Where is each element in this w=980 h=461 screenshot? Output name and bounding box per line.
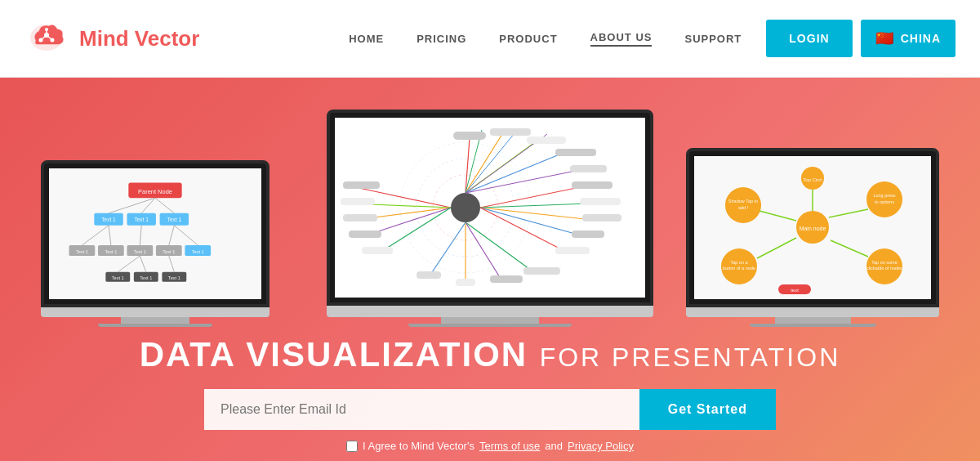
svg-text:clickable of nodes: clickable of nodes (866, 266, 902, 271)
svg-line-47 (466, 154, 559, 193)
svg-text:text: text (791, 288, 799, 293)
svg-text:Text 1: Text 1 (76, 249, 88, 254)
svg-text:Tap on a: Tap on a (730, 260, 748, 265)
nav-home[interactable]: HOME (349, 33, 384, 45)
svg-rect-74 (572, 230, 604, 238)
svg-line-62 (380, 208, 451, 253)
svg-line-31 (140, 226, 141, 245)
svg-text:Text 1: Text 1 (135, 217, 149, 222)
svg-line-108 (831, 240, 868, 257)
svg-line-57 (429, 222, 466, 277)
laptop-left-foot (98, 324, 212, 327)
svg-text:Parent Node: Parent Node (138, 188, 172, 195)
svg-rect-82 (343, 214, 377, 222)
logo-link[interactable]: Mind Vector (24, 18, 199, 59)
svg-rect-70 (570, 165, 607, 172)
screen-right-content: Main node Top Circl Shadow Tap to add ! (694, 156, 931, 299)
laptop-right: Main node Top Circl Shadow Tap to add ! (686, 148, 939, 327)
svg-text:Text 1: Text 1 (134, 249, 146, 254)
svg-line-96 (760, 211, 796, 221)
svg-text:Text 1: Text 1 (167, 217, 182, 222)
laptop-center-screen-inner (335, 118, 645, 298)
laptop-left-stand (121, 317, 189, 324)
svg-text:Text 1: Text 1 (140, 275, 152, 280)
svg-rect-72 (580, 198, 621, 205)
terms-row: I Agree to Mind Vector's Terms of use an… (346, 440, 634, 452)
svg-rect-83 (349, 230, 381, 238)
laptop-center-screen-outer (327, 110, 653, 306)
china-button[interactable]: 🇨🇳 CHINA (861, 20, 956, 57)
svg-text:Long press: Long press (873, 193, 895, 198)
svg-text:add !: add ! (738, 205, 749, 210)
svg-text:Text 1: Text 1 (112, 275, 124, 280)
get-started-button[interactable]: Get Started (639, 389, 776, 430)
svg-rect-81 (341, 198, 375, 205)
china-label: CHINA (901, 32, 941, 45)
svg-rect-84 (362, 247, 393, 254)
header: Mind Vector HOME PRICING PRODUCT ABOUT U… (0, 0, 980, 78)
email-input[interactable] (204, 389, 639, 430)
laptop-right-base (686, 307, 939, 317)
email-form: Get Started (204, 389, 776, 430)
svg-line-29 (82, 226, 109, 245)
hero-headline: DATA VISUALIZATION FOR PRESENTATION (140, 335, 840, 374)
svg-line-100 (829, 209, 868, 217)
laptop-center-stand (441, 317, 539, 324)
laptop-right-screen-inner: Main node Top Circl Shadow Tap to add ! (694, 156, 931, 299)
terms-checkbox[interactable] (346, 441, 358, 452)
svg-line-45 (466, 134, 502, 193)
logo-icon (24, 18, 69, 59)
tree-diagram: Parent Node Text 1 Text 1 Text 1 (53, 177, 257, 291)
svg-rect-66 (453, 132, 486, 140)
svg-line-18 (155, 198, 174, 213)
svg-line-40 (118, 256, 140, 272)
terms-and: and (545, 440, 563, 452)
svg-line-30 (109, 226, 111, 245)
svg-text:Top Circl: Top Circl (803, 177, 822, 182)
laptop-left-screen-outer: Parent Node Text 1 Text 1 Text 1 (41, 160, 270, 307)
svg-line-42 (169, 256, 175, 272)
laptop-center (327, 110, 653, 327)
login-button[interactable]: LOGIN (766, 20, 852, 57)
main-nav: HOME PRICING PRODUCT ABOUT US SUPPORT (349, 31, 742, 47)
laptop-center-foot (408, 324, 572, 327)
svg-line-104 (757, 238, 796, 258)
laptop-left-base (41, 307, 270, 317)
laptop-left-screen-inner: Parent Node Text 1 Text 1 Text 1 (49, 168, 261, 299)
nav-support[interactable]: SUPPORT (684, 33, 742, 45)
svg-text:Main node: Main node (800, 226, 826, 231)
terms-prefix: I Agree to Mind Vector's (363, 440, 474, 452)
circles-diagram: Main node Top Circl Shadow Tap to add ! (698, 160, 927, 295)
headline-bold: DATA VISUALIZATION (140, 335, 528, 374)
svg-line-52 (480, 208, 584, 236)
screen-center-content (335, 118, 645, 298)
screen-left-content: Parent Node Text 1 Text 1 Text 1 (49, 168, 261, 299)
mindmap-diagram (339, 122, 641, 293)
svg-rect-69 (555, 149, 596, 156)
laptop-right-stand (775, 317, 851, 324)
svg-text:to options: to options (875, 199, 894, 204)
svg-line-33 (174, 226, 198, 245)
laptop-center-base (327, 306, 653, 317)
svg-rect-76 (523, 267, 560, 275)
svg-line-51 (480, 208, 592, 220)
svg-text:Tap on some: Tap on some (871, 260, 898, 265)
privacy-policy-link[interactable]: Privacy Policy (568, 440, 634, 452)
svg-line-41 (140, 256, 145, 272)
nav-about[interactable]: ABOUT US (590, 31, 653, 47)
svg-text:button of a node: button of a node (723, 266, 755, 271)
svg-rect-79 (416, 271, 441, 279)
svg-rect-71 (572, 181, 612, 189)
terms-of-use-link[interactable]: Terms of use (479, 440, 540, 452)
china-flag-icon: 🇨🇳 (875, 29, 894, 47)
svg-text:Shadow Tap to: Shadow Tap to (728, 199, 758, 204)
svg-rect-68 (527, 137, 566, 144)
svg-rect-75 (555, 247, 590, 254)
svg-text:Text 1: Text 1 (192, 249, 204, 254)
headline-light: FOR PRESENTATION (540, 342, 841, 372)
laptops-area: Parent Node Text 1 Text 1 Text 1 (0, 90, 980, 327)
svg-line-55 (466, 222, 502, 281)
nav-product[interactable]: PRODUCT (499, 33, 557, 45)
svg-text:Text 1: Text 1 (163, 249, 175, 254)
nav-pricing[interactable]: PRICING (416, 33, 466, 45)
